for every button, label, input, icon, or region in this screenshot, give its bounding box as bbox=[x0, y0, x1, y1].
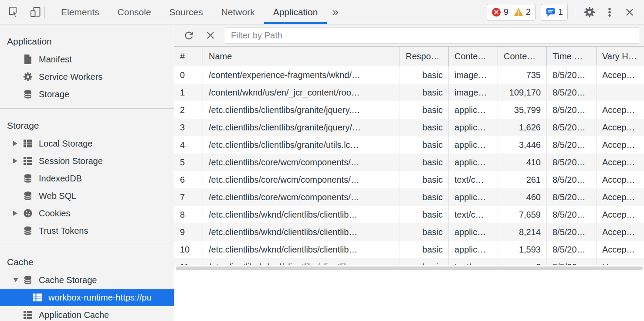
sidebar-item-label: Service Workers bbox=[39, 72, 102, 82]
column-header-response-type[interactable]: Respo… bbox=[400, 47, 449, 66]
tab-network[interactable]: Network bbox=[212, 0, 264, 24]
cell-response-type: basic bbox=[400, 258, 449, 265]
cell-response-type: basic bbox=[400, 66, 449, 84]
console-issues-badge-group[interactable]: 9 2 bbox=[487, 4, 536, 20]
tab-elements[interactable]: Elements bbox=[52, 0, 108, 24]
cell-content-length: 3,446 bbox=[498, 136, 547, 154]
table-row[interactable]: 5 /etc.clientlibs/core/wcm/components/… … bbox=[174, 154, 644, 171]
cell-content-length: 2 bbox=[498, 258, 547, 265]
settings-button[interactable] bbox=[582, 5, 597, 20]
message-badge[interactable]: 1 bbox=[546, 7, 563, 17]
tab-console[interactable]: Console bbox=[108, 0, 160, 24]
sidebar-item-label: Cache Storage bbox=[39, 275, 97, 285]
cell-content-length: 7,659 bbox=[498, 206, 547, 223]
cell-content-length: 1,593 bbox=[498, 241, 547, 258]
table-row[interactable]: 9 /etc.clientlibs/wknd/clientlibs/client… bbox=[174, 223, 644, 241]
cell-number: 9 bbox=[174, 223, 203, 241]
customize-menu-button[interactable] bbox=[602, 5, 617, 20]
table-row[interactable]: 1 /content/wknd/us/en/_jcr_content/roo… … bbox=[174, 84, 644, 101]
table-row[interactable]: 11 /etc.clientlibs/wknd/clientlibs/clien… bbox=[174, 258, 644, 265]
sidebar-item-trust-tokens[interactable]: Trust Tokens bbox=[0, 222, 174, 239]
cell-number: 8 bbox=[174, 206, 203, 223]
chevron-down-icon[interactable] bbox=[13, 278, 18, 282]
kebab-menu-icon bbox=[604, 7, 615, 18]
inspect-element-button[interactable] bbox=[6, 5, 21, 20]
tab-application[interactable]: Application bbox=[264, 0, 327, 24]
table-row[interactable]: 2 /etc.clientlibs/clientlibs/granite/jqu… bbox=[174, 101, 644, 119]
sidebar-item-local-storage[interactable]: Local Storage bbox=[0, 135, 174, 152]
chevron-right-icon[interactable] bbox=[13, 158, 17, 164]
scrollbar-thumb[interactable] bbox=[176, 266, 643, 270]
warning-badge[interactable]: 2 bbox=[514, 7, 531, 17]
cell-time-cached: 8/5/20… bbox=[547, 171, 597, 188]
column-header-content-length[interactable]: Conte… bbox=[498, 47, 547, 66]
cell-time-cached: 8/5/20… bbox=[547, 188, 597, 206]
cell-content-length: 261 bbox=[498, 171, 547, 188]
sidebar-item-label: Manifest bbox=[39, 55, 72, 65]
refresh-button[interactable] bbox=[181, 28, 196, 43]
sidebar-section-title: Storage bbox=[0, 116, 174, 135]
cell-name: /etc.clientlibs/wknd/clientlibs/clientli… bbox=[203, 258, 400, 265]
document-icon bbox=[23, 54, 33, 65]
column-header-vary-header[interactable]: Vary H… bbox=[597, 47, 644, 66]
more-tabs-icon[interactable]: » bbox=[327, 0, 343, 24]
cell-number: 0 bbox=[174, 66, 203, 84]
cell-time-cached: 8/5/20… bbox=[547, 136, 597, 154]
sidebar-item-application-cache[interactable]: Application Cache bbox=[0, 306, 174, 321]
sidebar-item-web-sql[interactable]: Web SQL bbox=[0, 187, 174, 205]
database-icon bbox=[23, 173, 33, 184]
cell-time-cached: 8/5/20… bbox=[547, 101, 597, 119]
table-row[interactable]: 4 /etc.clientlibs/clientlibs/granite/uti… bbox=[174, 136, 644, 154]
sidebar-item-session-storage[interactable]: Session Storage bbox=[0, 152, 174, 170]
warning-icon bbox=[514, 7, 523, 17]
close-devtools-button[interactable] bbox=[622, 5, 637, 20]
column-header-time-cached[interactable]: Time … bbox=[547, 47, 597, 66]
sidebar-item-storage[interactable]: Storage bbox=[0, 85, 174, 103]
cell-vary-header: Accep… bbox=[597, 66, 644, 84]
sidebar-item-label: IndexedDB bbox=[39, 174, 82, 184]
clear-cache-button[interactable] bbox=[203, 28, 218, 43]
cell-name: /etc.clientlibs/clientlibs/granite/utils… bbox=[203, 136, 400, 154]
cell-content-type: image… bbox=[449, 66, 498, 84]
table-row[interactable]: 3 /etc.clientlibs/clientlibs/granite/jqu… bbox=[174, 119, 644, 136]
table-row[interactable]: 0 /content/experience-fragments/wknd/… b… bbox=[174, 66, 644, 84]
table-row[interactable]: 6 /etc.clientlibs/core/wcm/components/… … bbox=[174, 171, 644, 188]
cell-content-length: 460 bbox=[498, 188, 547, 206]
column-header-number[interactable]: # bbox=[174, 47, 203, 66]
cache-table-header: # Name Respo… Conte… Conte… Time … Vary … bbox=[174, 47, 644, 66]
filter-by-path-input[interactable] bbox=[225, 27, 639, 44]
horizontal-scrollbar[interactable] bbox=[174, 265, 644, 271]
cache-toolbar bbox=[174, 24, 644, 47]
column-header-content-type[interactable]: Conte… bbox=[449, 47, 498, 66]
sidebar-item-workbox-runtime-cache[interactable]: workbox-runtime-https://pu bbox=[0, 289, 174, 306]
sidebar-item-cookies[interactable]: Cookies bbox=[0, 205, 174, 222]
sidebar-item-indexeddb[interactable]: IndexedDB bbox=[0, 170, 174, 187]
error-badge[interactable]: 9 bbox=[491, 7, 508, 17]
cell-vary-header bbox=[597, 84, 644, 101]
cell-response-type: basic bbox=[400, 101, 449, 119]
gear-icon bbox=[23, 72, 33, 82]
cell-content-type: applic… bbox=[449, 101, 498, 119]
cell-vary-header: Us… bbox=[597, 258, 644, 265]
sidebar-item-manifest[interactable]: Manifest bbox=[0, 51, 174, 68]
cell-name: /etc.clientlibs/wknd/clientlibs/clientli… bbox=[203, 223, 400, 241]
sidebar-item-label: Trust Tokens bbox=[39, 226, 88, 236]
table-row[interactable]: 10 /etc.clientlibs/wknd/clientlibs/clien… bbox=[174, 241, 644, 258]
column-header-name[interactable]: Name bbox=[203, 47, 400, 66]
message-bubble-icon bbox=[546, 7, 556, 17]
cell-response-type: basic bbox=[400, 119, 449, 136]
sidebar-section-storage: Storage Local Storage bbox=[0, 109, 174, 245]
sidebar-item-cache-storage[interactable]: Cache Storage bbox=[0, 271, 174, 289]
device-toolbar-button[interactable] bbox=[28, 5, 43, 20]
panel-tabs: Elements Console Sources Network Applica… bbox=[52, 0, 344, 24]
tab-sources[interactable]: Sources bbox=[160, 0, 212, 24]
messages-badge-group[interactable]: 1 bbox=[541, 4, 568, 20]
cell-content-length: 35,799 bbox=[498, 101, 547, 119]
chevron-right-icon[interactable] bbox=[13, 211, 17, 216]
table-row[interactable]: 8 /etc.clientlibs/wknd/clientlibs/client… bbox=[174, 206, 644, 223]
chevron-right-icon[interactable] bbox=[13, 141, 17, 146]
cell-response-type: basic bbox=[400, 136, 449, 154]
cell-name: /etc.clientlibs/core/wcm/components/… bbox=[203, 188, 400, 206]
sidebar-item-service-workers[interactable]: Service Workers bbox=[0, 68, 174, 85]
table-row[interactable]: 7 /etc.clientlibs/core/wcm/components/… … bbox=[174, 188, 644, 206]
